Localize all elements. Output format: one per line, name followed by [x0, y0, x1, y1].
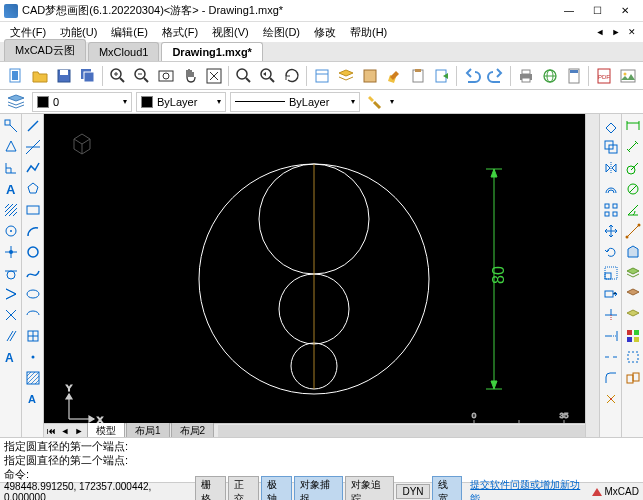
zoom-out-button[interactable]	[130, 64, 153, 88]
selection-icon[interactable]	[623, 347, 643, 367]
dim-radius-icon[interactable]	[623, 158, 643, 178]
point-icon[interactable]	[23, 347, 43, 367]
clipboard-button[interactable]	[406, 64, 429, 88]
polygon-icon[interactable]	[23, 179, 43, 199]
sheet-model[interactable]: 模型	[87, 422, 125, 438]
trim-icon[interactable]	[601, 305, 621, 325]
snap-center-icon[interactable]	[1, 221, 21, 241]
scale-icon[interactable]	[601, 263, 621, 283]
hscrollbar[interactable]	[218, 425, 585, 437]
array-icon[interactable]	[601, 200, 621, 220]
offset-icon[interactable]	[601, 179, 621, 199]
toggle-grid[interactable]: 栅格	[195, 476, 226, 501]
ellipse-arc-icon[interactable]	[23, 305, 43, 325]
layer-isolate-icon[interactable]	[623, 305, 643, 325]
menu-next-icon[interactable]: ►	[609, 27, 623, 37]
toggle-osnap[interactable]: 对象捕捉	[294, 476, 343, 501]
color-select[interactable]: ByLayer ▾	[136, 92, 226, 112]
snap-endpoint-icon[interactable]	[1, 116, 21, 136]
image-button[interactable]	[616, 64, 639, 88]
menu-draw[interactable]: 绘图(D)	[257, 23, 306, 42]
measure-area-icon[interactable]	[623, 242, 643, 262]
block-button[interactable]	[358, 64, 381, 88]
xline-icon[interactable]	[23, 137, 43, 157]
open-button[interactable]	[28, 64, 51, 88]
mirror-icon[interactable]	[601, 158, 621, 178]
menu-help[interactable]: 帮助(H)	[344, 23, 393, 42]
web-button[interactable]	[538, 64, 561, 88]
layers-button[interactable]	[334, 64, 357, 88]
matchprop-button[interactable]	[364, 92, 386, 112]
sheet-prev-icon[interactable]: ◄	[58, 426, 72, 436]
snap-node-icon[interactable]	[1, 242, 21, 262]
move-icon[interactable]	[601, 221, 621, 241]
tab-mxcloud1[interactable]: MxCloud1	[88, 42, 160, 61]
insert-block-icon[interactable]	[23, 326, 43, 346]
measure-distance-icon[interactable]	[623, 221, 643, 241]
layer-manager-button[interactable]	[4, 92, 28, 112]
spline-icon[interactable]	[23, 263, 43, 283]
dim-angular-icon[interactable]	[623, 200, 643, 220]
toggle-ortho[interactable]: 正交	[228, 476, 259, 501]
copy-icon[interactable]	[601, 137, 621, 157]
properties-button[interactable]	[310, 64, 333, 88]
rectangle-icon[interactable]	[23, 200, 43, 220]
tab-mxcad-cloud[interactable]: MxCAD云图	[4, 39, 86, 61]
linetype-select[interactable]: ByLayer ▾	[230, 92, 360, 112]
layer-select[interactable]: 0 ▾	[32, 92, 132, 112]
close-button[interactable]: ✕	[611, 2, 639, 20]
layer-off-icon[interactable]	[623, 284, 643, 304]
calculator-button[interactable]	[562, 64, 585, 88]
redo-button[interactable]	[484, 64, 507, 88]
saveas-button[interactable]	[76, 64, 99, 88]
layer-states-icon[interactable]	[623, 263, 643, 283]
zoom-realtime-button[interactable]	[232, 64, 255, 88]
zoom-prev-button[interactable]	[256, 64, 279, 88]
arc-icon[interactable]	[23, 221, 43, 241]
menu-prev-icon[interactable]: ◄	[593, 27, 607, 37]
group-icon[interactable]	[623, 368, 643, 388]
vscrollbar[interactable]	[585, 114, 599, 437]
save-button[interactable]	[52, 64, 75, 88]
pan-button[interactable]	[178, 64, 201, 88]
regen-button[interactable]	[280, 64, 303, 88]
toggle-lwt[interactable]: 线宽	[432, 476, 463, 501]
matchprop-dropdown-icon[interactable]: ▾	[390, 97, 394, 106]
snap-tangent-icon[interactable]	[1, 263, 21, 283]
zoom-window-button[interactable]	[154, 64, 177, 88]
dimension-hatch-icon[interactable]	[1, 200, 21, 220]
menu-modify[interactable]: 修改	[308, 23, 342, 42]
snap-nearest-icon[interactable]	[1, 284, 21, 304]
snap-intersection-icon[interactable]	[1, 305, 21, 325]
fillet-icon[interactable]	[601, 368, 621, 388]
color-palette-icon[interactable]	[623, 326, 643, 346]
feedback-link[interactable]: 提交软件问题或增加新功能	[470, 478, 582, 501]
extend-icon[interactable]	[601, 326, 621, 346]
new-button[interactable]	[4, 64, 27, 88]
hatch-icon[interactable]	[23, 368, 43, 388]
export-button[interactable]	[430, 64, 453, 88]
dim-linear-icon[interactable]	[623, 116, 643, 136]
zoom-in-button[interactable]	[106, 64, 129, 88]
sheet-layout2[interactable]: 布局2	[171, 422, 215, 438]
rotate-icon[interactable]	[601, 242, 621, 262]
toggle-polar[interactable]: 极轴	[261, 476, 292, 501]
circle-icon[interactable]	[23, 242, 43, 262]
text-style-icon[interactable]: A	[1, 347, 21, 367]
erase-icon[interactable]	[601, 116, 621, 136]
toggle-otrack[interactable]: 对象追踪	[345, 476, 394, 501]
zoom-extents-button[interactable]	[202, 64, 225, 88]
snap-parallel-icon[interactable]	[1, 326, 21, 346]
ellipse-icon[interactable]	[23, 284, 43, 304]
menu-close-icon[interactable]: ✕	[625, 27, 639, 37]
break-icon[interactable]	[601, 347, 621, 367]
sheet-first-icon[interactable]: ⏮	[44, 426, 58, 436]
menu-edit[interactable]: 编辑(E)	[105, 23, 154, 42]
sheet-layout1[interactable]: 布局1	[126, 422, 170, 438]
undo-button[interactable]	[460, 64, 483, 88]
explode-icon[interactable]	[601, 389, 621, 409]
tab-drawing1[interactable]: Drawing1.mxg*	[161, 42, 262, 61]
menu-view[interactable]: 视图(V)	[206, 23, 255, 42]
snap-midpoint-icon[interactable]	[1, 137, 21, 157]
drawing-canvas[interactable]: 80 X Y 0 35	[44, 114, 585, 423]
